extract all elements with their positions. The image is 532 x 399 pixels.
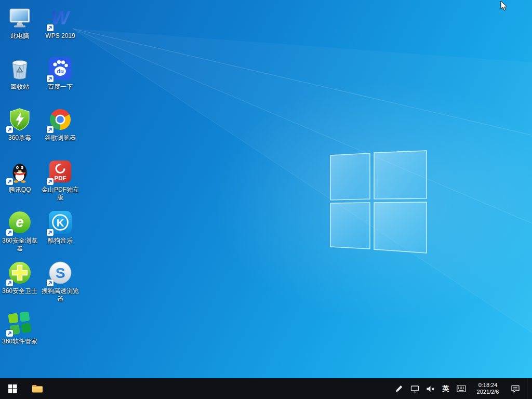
desktop-icon-baidu[interactable]: du 百度一下 (41, 56, 80, 91)
desktop-icon-label: 酷狗音乐 (48, 237, 73, 245)
show-desktop-button[interactable] (527, 378, 530, 399)
svg-text:K: K (57, 217, 64, 229)
desktop-icon-label: 360安全浏览器 (0, 237, 39, 252)
shortcut-arrow-icon (47, 75, 54, 82)
shortcut-arrow-icon (6, 330, 13, 337)
360-antivirus-shield-icon (7, 107, 32, 132)
svg-text:PDF: PDF (55, 175, 66, 181)
360-software-manager-icon (7, 311, 32, 336)
this-pc-icon (7, 5, 32, 30)
svg-text:e: e (16, 215, 23, 230)
desktop-icon-360-software-manager[interactable]: 360软件管家 (0, 311, 39, 345)
baidu-icon: du (48, 56, 73, 81)
kingsoft-pdf-icon: PDF (48, 159, 73, 184)
desktop-icon-label: WPS 2019 (45, 32, 75, 40)
desktop-icon-label: 金山PDF独立版 (41, 186, 80, 202)
windows-logo-icon (8, 384, 17, 393)
chrome-icon (48, 107, 73, 132)
svg-text:S: S (56, 265, 65, 281)
desktop-icon-360-safeguard[interactable]: 360安全卫士 (0, 260, 39, 295)
shortcut-arrow-icon (47, 126, 54, 133)
desktop-icon-this-pc[interactable]: 此电脑 (0, 5, 39, 40)
volume-muted-icon[interactable] (425, 378, 435, 399)
shortcut-arrow-icon (47, 229, 54, 236)
desktop-icon-wps-2019[interactable]: W WPS 2019 (41, 5, 80, 40)
wps-icon: W (48, 5, 73, 30)
qq-penguin-icon (7, 159, 32, 184)
desktop-icon-label: 百度一下 (48, 83, 73, 91)
svg-text:W: W (51, 7, 71, 29)
desktop-icon-chrome[interactable]: 谷歌浏览器 (41, 107, 80, 142)
desktop-icon-label: 360软件管家 (2, 338, 37, 345)
desktop-icon-360-browser[interactable]: e 360安全浏览器 (0, 210, 39, 252)
file-explorer-icon (32, 384, 43, 393)
desktop-icon-sogou-browser[interactable]: S 搜狗高速浏览器 (41, 260, 80, 303)
shortcut-arrow-icon (6, 280, 13, 286)
shortcut-arrow-icon (6, 229, 13, 236)
desktop-icon-kugou[interactable]: K 酷狗音乐 (41, 210, 80, 245)
recycle-bin-icon (7, 56, 32, 81)
desktop-icon-360-antivirus[interactable]: 360杀毒 (0, 107, 39, 142)
shortcut-arrow-icon (47, 280, 54, 286)
clock-date: 2021/2/6 (473, 389, 502, 395)
360-safeguard-icon (7, 260, 32, 285)
ime-indicator[interactable]: 英 (441, 384, 451, 393)
taskbar: 英 0:18:24 2021/2/6 (0, 378, 532, 399)
desktop-icon-label: 腾讯QQ (9, 186, 31, 194)
action-center-icon[interactable] (509, 378, 522, 399)
network-icon[interactable] (409, 378, 420, 399)
desktop-icon-label: 谷歌浏览器 (45, 134, 76, 142)
shortcut-arrow-icon (47, 178, 54, 185)
clock-time: 0:18:24 (473, 382, 502, 389)
desktop-icon-label: 此电脑 (10, 32, 29, 40)
system-tray: 英 0:18:24 2021/2/6 (394, 378, 532, 399)
desktop-icon-label: 搜狗高速浏览器 (41, 287, 80, 303)
desktop-icon-kingsoft-pdf[interactable]: PDF 金山PDF独立版 (41, 159, 80, 202)
kugou-music-icon: K (48, 210, 73, 235)
shortcut-arrow-icon (6, 178, 13, 185)
360-browser-icon: e (7, 210, 32, 235)
desktop-icon-label: 回收站 (10, 83, 29, 91)
start-button[interactable] (0, 378, 25, 399)
taskbar-clock[interactable]: 0:18:24 2021/2/6 (472, 382, 504, 395)
touch-keyboard-icon[interactable] (456, 378, 467, 399)
desktop-icon-qq[interactable]: 腾讯QQ (0, 159, 39, 194)
sogou-browser-icon: S (48, 260, 73, 285)
desktop-icon-label: 360安全卫士 (2, 287, 37, 295)
file-explorer-button[interactable] (25, 378, 50, 399)
pen-icon[interactable] (394, 378, 404, 399)
shortcut-arrow-icon (47, 24, 54, 31)
svg-text:du: du (57, 68, 63, 74)
desktop-icon-label: 360杀毒 (8, 134, 31, 142)
shortcut-arrow-icon (6, 126, 13, 133)
desktop-icon-recycle-bin[interactable]: 回收站 (0, 56, 39, 91)
